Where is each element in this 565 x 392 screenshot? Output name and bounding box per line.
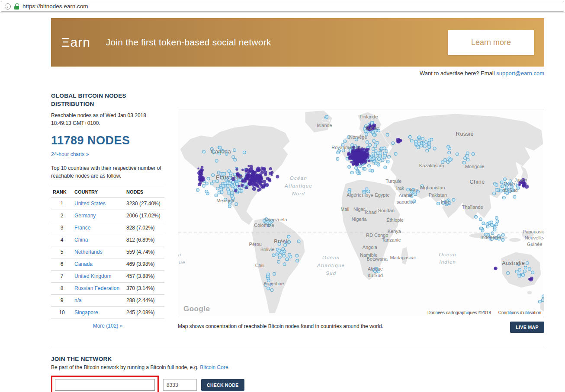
node-dot	[521, 178, 525, 182]
node-dot	[517, 263, 520, 266]
node-dot	[225, 153, 228, 156]
node-dot	[466, 152, 469, 155]
earn-banner[interactable]: Ξarn Join the first token-based social n…	[51, 18, 544, 67]
country-link[interactable]: France	[74, 225, 90, 231]
node-dot	[235, 203, 238, 206]
world-map[interactable]: IslandeFinlandeSuèdeNorvègeRussieCanadaR…	[178, 109, 544, 317]
table-row: 9n/a288 (2.44%)	[51, 294, 164, 306]
country-link[interactable]: Germany	[74, 213, 96, 219]
address-field[interactable]: i https://bitnodes.earn.com	[1, 1, 564, 12]
node-dot	[542, 295, 545, 298]
country-table-body: 1United States3230 (27.40%)2Germany2006 …	[51, 198, 164, 319]
bitcoin-core-link[interactable]: Bitcoin Core	[200, 364, 228, 370]
country-link[interactable]: Russian Federation	[74, 285, 119, 291]
node-dot	[283, 263, 286, 266]
node-dot	[495, 184, 498, 187]
node-dot	[495, 188, 498, 191]
table-row: 2Germany2006 (17.02%)	[51, 210, 164, 222]
node-dot	[522, 274, 525, 277]
node-dot	[384, 154, 387, 157]
node-dot	[494, 237, 498, 240]
node-dot	[452, 198, 455, 201]
node-dot	[417, 190, 420, 193]
node-dot	[361, 147, 364, 150]
node-dot	[252, 187, 256, 191]
country-link[interactable]: n/a	[74, 297, 82, 303]
node-dot	[256, 167, 260, 171]
node-dot	[233, 149, 236, 152]
node-dot	[479, 218, 482, 221]
node-dot	[481, 229, 484, 232]
charts-link[interactable]: 24-hour charts »	[51, 151, 89, 157]
node-dot	[349, 156, 352, 159]
node-dot	[218, 191, 221, 194]
node-dot	[503, 196, 506, 199]
country-link[interactable]: Singapore	[74, 309, 98, 316]
live-map-button[interactable]: LIVE MAP	[510, 322, 544, 333]
node-dot	[495, 223, 498, 226]
rank-cell: 7	[51, 270, 73, 282]
node-dot	[501, 185, 504, 188]
port-input[interactable]	[163, 379, 197, 391]
nodes-header: NODES	[125, 186, 164, 198]
node-dot	[522, 182, 526, 186]
continent-africa	[341, 179, 400, 280]
node-dot	[347, 136, 350, 139]
check-node-button[interactable]: CHECK NODE	[201, 379, 244, 391]
more-countries-link[interactable]: More (102) »	[51, 323, 164, 329]
continent-south-america	[252, 217, 305, 313]
node-address-input[interactable]	[55, 379, 155, 391]
node-dot	[215, 194, 218, 197]
node-dot	[265, 218, 268, 221]
node-dot	[501, 239, 504, 242]
timestamp-text: Reachable nodes as of Wed Jan 03 2018 18…	[51, 112, 164, 127]
secure-lock-icon[interactable]	[14, 3, 19, 10]
table-row: 4China812 (6.89%)	[51, 234, 164, 246]
node-dot	[491, 232, 494, 235]
node-dot	[518, 274, 521, 277]
url-text[interactable]: https://bitnodes.earn.com	[22, 3, 88, 10]
node-dot	[236, 168, 238, 171]
country-link[interactable]: Canada	[74, 261, 93, 267]
node-dot	[475, 215, 478, 218]
google-logo[interactable]: Google	[183, 305, 210, 313]
node-dot	[296, 259, 299, 262]
country-link[interactable]: United Kingdom	[74, 273, 111, 279]
page-info-icon[interactable]: i	[5, 3, 11, 10]
node-dot	[230, 194, 233, 198]
node-dot	[377, 129, 380, 132]
country-link[interactable]: China	[74, 237, 88, 243]
node-dot	[257, 174, 259, 176]
country-link[interactable]: Netherlands	[74, 249, 103, 255]
rank-cell: 6	[51, 258, 73, 270]
node-dot	[407, 188, 410, 191]
node-dot	[410, 190, 413, 193]
node-dot	[222, 150, 225, 153]
nodes-cell: 2006 (17.02%)	[125, 210, 164, 222]
advertise-email-link[interactable]: support@earn.com	[496, 70, 544, 76]
node-dot	[500, 181, 503, 184]
node-dot	[288, 241, 291, 244]
country-link[interactable]: United States	[74, 201, 106, 207]
node-dot	[222, 185, 225, 188]
node-dot	[372, 140, 376, 143]
node-dot	[380, 147, 383, 150]
node-dot	[408, 135, 411, 138]
node-dot	[264, 284, 267, 287]
node-dot	[260, 171, 264, 174]
node-dot	[245, 186, 248, 189]
node-dot	[421, 137, 424, 140]
node-dot	[241, 169, 244, 171]
node-dot	[392, 142, 395, 145]
rank-header: RANK	[51, 186, 73, 198]
node-dot	[383, 147, 386, 150]
node-dot	[352, 146, 355, 149]
learn-more-button[interactable]: Learn more	[448, 30, 534, 55]
node-dot	[348, 190, 351, 193]
node-dot	[365, 149, 368, 152]
terms-link[interactable]: Conditions d'utilisation	[498, 310, 541, 315]
node-dot	[254, 175, 256, 176]
node-dot	[448, 151, 451, 154]
node-dot	[215, 159, 218, 163]
node-dot	[504, 178, 507, 181]
